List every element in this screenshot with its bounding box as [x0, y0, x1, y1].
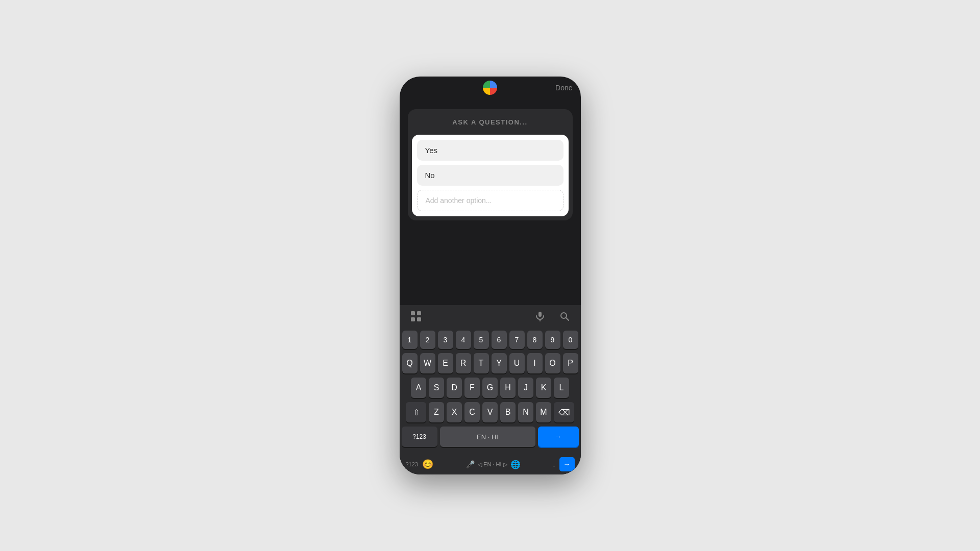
key-m[interactable]: M — [536, 402, 551, 422]
key-l[interactable]: L — [554, 378, 569, 398]
bottom-right: . → — [553, 457, 575, 471]
key-o[interactable]: O — [545, 353, 560, 373]
bottom-left: ?123 😊 — [406, 459, 433, 470]
key-z[interactable]: Z — [429, 402, 444, 422]
svg-line-7 — [566, 318, 569, 321]
globe-icon[interactable]: 🌐 — [510, 460, 521, 469]
next-button[interactable]: → — [559, 457, 575, 471]
key-8[interactable]: 8 — [527, 331, 543, 349]
keyboard-area: 1 2 3 4 5 6 7 8 9 0 Q W E R T Y U I — [400, 305, 581, 474]
mic-toolbar-icon[interactable] — [532, 308, 548, 324]
key-e[interactable]: E — [438, 353, 453, 373]
key-p[interactable]: P — [563, 353, 578, 373]
numbers-key[interactable]: ?123 — [402, 427, 437, 447]
key-n[interactable]: N — [518, 402, 533, 422]
key-2[interactable]: 2 — [420, 331, 435, 349]
zxcv-row: ⇧ Z X C V B N M ⌫ — [402, 402, 579, 422]
num-label[interactable]: ?123 — [406, 461, 418, 467]
key-g[interactable]: G — [482, 378, 498, 398]
emoji-button[interactable]: 😊 — [422, 459, 433, 470]
key-c[interactable]: C — [464, 402, 480, 422]
backspace-key[interactable]: ⌫ — [554, 402, 574, 422]
key-7[interactable]: 7 — [509, 331, 525, 349]
keyboard-bottom-bar: ?123 😊 🎤 ◁ EN · HI ▷ 🌐 . → — [400, 454, 581, 474]
done-button[interactable]: Done — [555, 84, 572, 92]
number-row: 1 2 3 4 5 6 7 8 9 0 — [402, 331, 579, 349]
svg-rect-0 — [411, 311, 415, 315]
poll-header: ASK A QUESTION... — [408, 109, 573, 135]
key-v[interactable]: V — [482, 402, 498, 422]
key-s[interactable]: S — [429, 378, 444, 398]
key-q[interactable]: Q — [402, 353, 418, 373]
svg-rect-4 — [538, 312, 542, 317]
poll-option-no[interactable]: No — [417, 165, 564, 186]
key-6[interactable]: 6 — [492, 331, 507, 349]
qwerty-row: Q W E R T Y U I O P — [402, 353, 579, 373]
language-selector[interactable]: ◁ EN · HI ▷ — [478, 461, 507, 468]
poll-options-container: Yes No Add another option... — [412, 135, 569, 216]
key-w[interactable]: W — [420, 353, 435, 373]
space-key[interactable]: EN · HI — [440, 427, 535, 447]
add-option-field[interactable]: Add another option... — [417, 190, 564, 211]
poll-title: ASK A QUESTION... — [452, 118, 527, 126]
key-1[interactable]: 1 — [402, 331, 418, 349]
phone-frame: Done ASK A QUESTION... Yes No Add anothe… — [400, 77, 581, 474]
key-j[interactable]: J — [518, 378, 533, 398]
mic-bottom-icon[interactable]: 🎤 — [466, 460, 475, 468]
svg-rect-2 — [411, 317, 415, 321]
key-r[interactable]: R — [456, 353, 471, 373]
key-k[interactable]: K — [536, 378, 551, 398]
key-3[interactable]: 3 — [438, 331, 453, 349]
key-h[interactable]: H — [500, 378, 516, 398]
svg-rect-3 — [417, 317, 421, 321]
grid-icon[interactable] — [408, 308, 424, 324]
shift-key[interactable]: ⇧ — [406, 402, 426, 422]
keyboard-rows: 1 2 3 4 5 6 7 8 9 0 Q W E R T Y U I — [400, 328, 581, 454]
bottom-row: ?123 EN · HI → — [402, 427, 579, 447]
search-toolbar-icon[interactable] — [556, 308, 573, 324]
poll-option-yes[interactable]: Yes — [417, 140, 564, 161]
key-9[interactable]: 9 — [545, 331, 560, 349]
key-y[interactable]: Y — [492, 353, 507, 373]
return-key[interactable]: → — [538, 427, 579, 447]
key-i[interactable]: I — [527, 353, 543, 373]
add-option-placeholder: Add another option... — [426, 196, 492, 205]
key-b[interactable]: B — [500, 402, 516, 422]
key-f[interactable]: F — [464, 378, 480, 398]
key-d[interactable]: D — [447, 378, 462, 398]
status-bar: Done — [400, 77, 581, 99]
content-area: ASK A QUESTION... Yes No Add another opt… — [400, 99, 581, 305]
key-5[interactable]: 5 — [474, 331, 489, 349]
svg-rect-1 — [417, 311, 421, 315]
keyboard-toolbar — [400, 305, 581, 328]
key-x[interactable]: X — [447, 402, 462, 422]
key-t[interactable]: T — [474, 353, 489, 373]
key-0[interactable]: 0 — [563, 331, 578, 349]
key-4[interactable]: 4 — [456, 331, 471, 349]
asdf-row: A S D F G H J K L — [402, 378, 579, 398]
key-u[interactable]: U — [509, 353, 525, 373]
poll-widget: ASK A QUESTION... Yes No Add another opt… — [408, 109, 573, 220]
chrome-icon — [483, 81, 497, 95]
key-a[interactable]: A — [411, 378, 426, 398]
period-button[interactable]: . — [553, 460, 555, 468]
